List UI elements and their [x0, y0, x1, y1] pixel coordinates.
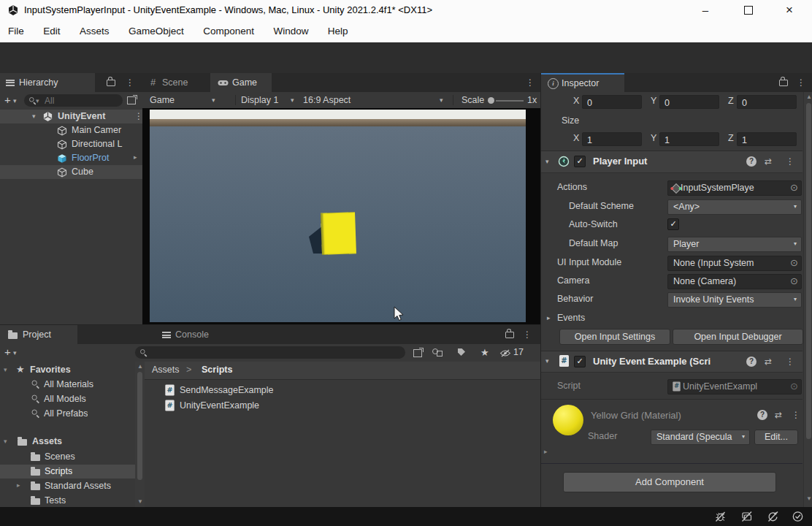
unity-event-example-header[interactable]: ▾ Unity Event Example (Scri: [541, 351, 803, 373]
size-z-input[interactable]: [738, 135, 794, 146]
debugger-disabled-icon[interactable]: [714, 511, 727, 522]
actions-object-field[interactable]: InputSystemPlaye: [667, 180, 802, 196]
hierarchy-row-cube[interactable]: Cube: [0, 165, 142, 179]
search-by-type-icon[interactable]: [432, 348, 443, 357]
tree-item-all-prefabs[interactable]: All Prefabs: [0, 407, 135, 421]
tree-item-all-materials[interactable]: All Materials: [0, 378, 135, 392]
behavior-dropdown[interactable]: Invoke Unity Events▾: [667, 292, 802, 308]
tab-hierarchy[interactable]: Hierarchy: [0, 73, 95, 92]
size-y-field[interactable]: [659, 132, 719, 146]
scroll-up-icon[interactable]: ▲: [806, 94, 812, 100]
scale-slider-track[interactable]: [496, 100, 524, 102]
component-menu-icon[interactable]: [786, 157, 794, 166]
component-enabled-checkbox[interactable]: [574, 156, 586, 167]
help-icon[interactable]: [746, 357, 757, 367]
aspect-dropdown[interactable]: 16:9 Aspect: [303, 95, 351, 105]
tree-item-favorites[interactable]: ▾ Favorites: [0, 363, 135, 377]
scrollbar-thumb[interactable]: [806, 103, 811, 439]
hierarchy-menu-icon[interactable]: [126, 78, 134, 87]
help-icon[interactable]: [746, 156, 757, 167]
object-picker-icon[interactable]: [790, 183, 798, 192]
breadcrumb-scripts[interactable]: Scripts: [202, 365, 232, 375]
component-menu-icon[interactable]: [786, 357, 794, 366]
create-add-button[interactable]: +: [4, 94, 11, 106]
prefab-open-arrow-icon[interactable]: ▸: [134, 154, 137, 161]
breadcrumb-assets[interactable]: Assets: [152, 365, 180, 375]
material-foldout-icon[interactable]: ▸: [544, 449, 548, 455]
project-menu-icon[interactable]: [523, 330, 532, 339]
cache-server-disabled-icon[interactable]: [740, 511, 753, 522]
scroll-down-icon[interactable]: ▼: [137, 499, 143, 505]
lock-icon[interactable]: [779, 80, 788, 86]
inspector-scrollbar[interactable]: ▲ ▼: [803, 92, 812, 507]
tab-project[interactable]: Project: [0, 325, 77, 344]
search-by-label-icon[interactable]: [458, 348, 465, 356]
create-add-chevron-icon[interactable]: ▾: [13, 350, 17, 357]
center-x-input[interactable]: [583, 98, 640, 109]
open-input-settings-button[interactable]: Open Input Settings: [559, 329, 670, 345]
scrollbar-thumb[interactable]: [137, 372, 142, 480]
menu-gameobject[interactable]: GameObject: [120, 20, 192, 42]
shader-dropdown[interactable]: Standard (Specula▾: [651, 430, 750, 445]
events-foldout-icon[interactable]: ▸: [547, 315, 551, 321]
menu-component[interactable]: Component: [195, 20, 262, 42]
favorites-filter-icon[interactable]: [480, 348, 489, 357]
center-z-field[interactable]: [737, 95, 797, 109]
foldout-open-icon[interactable]: ▾: [545, 159, 549, 165]
lock-icon[interactable]: [505, 332, 514, 338]
scroll-up-icon[interactable]: ▲: [137, 364, 143, 370]
game-viewport[interactable]: [150, 110, 526, 322]
size-x-input[interactable]: [583, 135, 640, 146]
tab-game[interactable]: Game: [210, 73, 272, 92]
preset-icon[interactable]: [765, 357, 772, 367]
tab-inspector[interactable]: Inspector: [541, 73, 624, 92]
hierarchy-search-box[interactable]: ▾: [24, 94, 123, 107]
activity-ok-icon[interactable]: [792, 511, 804, 522]
scroll-down-icon[interactable]: ▼: [806, 496, 812, 502]
add-component-button[interactable]: Add Component: [563, 472, 776, 492]
default-map-dropdown[interactable]: Player▾: [667, 237, 802, 252]
hierarchy-row-scene[interactable]: ▾ UnityEvent: [0, 110, 142, 123]
foldout-open-icon[interactable]: ▾: [4, 438, 7, 445]
camera-object-field[interactable]: None (Camera): [667, 274, 802, 289]
material-preview-sphere[interactable]: [553, 405, 583, 435]
display-mode-dropdown[interactable]: Game: [150, 95, 175, 105]
object-picker-icon[interactable]: [790, 258, 798, 267]
tree-item-tests[interactable]: Tests: [0, 494, 135, 508]
auto-switch-checkbox[interactable]: [667, 218, 679, 230]
center-y-input[interactable]: [660, 98, 717, 109]
hierarchy-row-main-camera[interactable]: Main Camer: [0, 123, 142, 137]
tree-item-standard-assets[interactable]: ▸ Standard Assets: [0, 479, 135, 493]
inspector-menu-icon[interactable]: [797, 78, 805, 87]
menu-assets[interactable]: Assets: [72, 20, 118, 42]
help-icon[interactable]: [757, 410, 767, 420]
project-search-box[interactable]: [135, 346, 405, 359]
file-row-sendmessage[interactable]: SendMessageExample: [145, 384, 540, 398]
ui-input-module-field[interactable]: None (Input System: [667, 256, 802, 271]
menu-window[interactable]: Window: [265, 20, 316, 42]
player-input-header[interactable]: ▾ Player Input: [541, 151, 803, 173]
tree-item-all-models[interactable]: All Models: [0, 392, 135, 406]
default-scheme-dropdown[interactable]: <Any>▾: [667, 199, 802, 215]
component-enabled-checkbox[interactable]: [574, 356, 586, 367]
scale-slider-knob[interactable]: [488, 97, 494, 104]
close-button[interactable]: ×: [778, 0, 801, 20]
menu-help[interactable]: Help: [320, 20, 356, 42]
hierarchy-row-directional-light[interactable]: Directional L: [0, 137, 142, 151]
foldout-open-icon[interactable]: ▾: [4, 367, 7, 373]
maximize-button[interactable]: [737, 0, 760, 20]
preset-icon[interactable]: [765, 156, 772, 167]
size-x-field[interactable]: [582, 132, 642, 146]
preset-icon[interactable]: [775, 410, 782, 420]
center-x-field[interactable]: [582, 95, 642, 109]
game-view-menu-icon[interactable]: [526, 78, 535, 87]
open-input-debugger-button[interactable]: Open Input Debugger: [673, 329, 803, 345]
size-z-field[interactable]: [737, 132, 797, 146]
hierarchy-search-input[interactable]: [43, 95, 119, 107]
pop-out-icon[interactable]: [413, 349, 422, 357]
center-z-input[interactable]: [738, 98, 794, 109]
tree-item-scenes[interactable]: Scenes: [0, 450, 135, 464]
display-dropdown[interactable]: Display 1: [241, 95, 278, 105]
foldout-closed-icon[interactable]: ▸: [17, 482, 20, 489]
size-y-input[interactable]: [660, 135, 717, 146]
